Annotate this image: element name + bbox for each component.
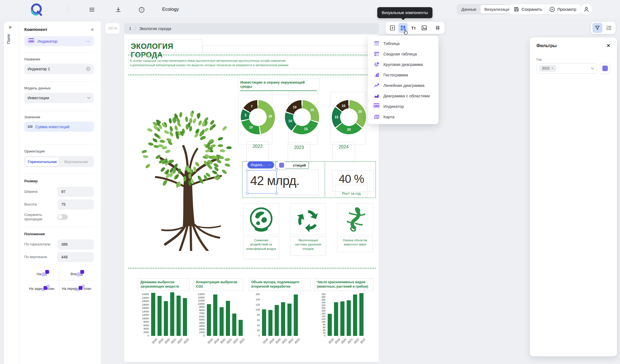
image-tool-icon[interactable]	[419, 23, 429, 33]
donut-chart-2023[interactable]: 15151010	[285, 100, 319, 134]
fields-rail-label[interactable]: Поля	[6, 34, 11, 44]
remove-chip-icon[interactable]: ×	[552, 66, 554, 70]
main-menu-icon[interactable]	[87, 5, 97, 14]
menu-item-histogram[interactable]: Гистограмма	[368, 69, 439, 80]
filters-icon[interactable]	[592, 23, 602, 33]
color-swatch-button[interactable]	[277, 161, 286, 169]
bar-chart-title: Динамика выбросов загрязняющих веществ	[138, 278, 190, 291]
add-page-icon[interactable]	[388, 23, 397, 33]
layer-button-send-backward[interactable]: Назад	[24, 266, 59, 280]
user-avatar[interactable]	[581, 4, 592, 15]
name-input[interactable]: Индикатор 1 ×	[24, 64, 94, 74]
tab-data[interactable]: Данные	[458, 5, 480, 14]
orientation-horizontal[interactable]: Горизонтальная	[25, 157, 59, 166]
year-label-2023[interactable]: 2023	[288, 143, 310, 162]
data-model-label: Модель данных	[24, 86, 94, 90]
page-number: 1	[129, 26, 131, 31]
text-tool-icon[interactable]: Tт	[409, 23, 418, 33]
layer-button-send-to-back[interactable]: На задний план	[24, 280, 59, 295]
recycle-icon	[295, 206, 321, 232]
menu-item-pivot-table[interactable]: Сводная таблица	[368, 49, 439, 59]
pivot-table-icon	[373, 51, 380, 57]
purple-swatch	[279, 163, 284, 168]
clear-name-icon[interactable]: ×	[86, 67, 90, 71]
bar-chart-title: Объем мусора, подлежащего вторичной пере…	[249, 278, 311, 291]
keep-ratio-toggle[interactable]	[57, 214, 68, 220]
bar-chart-3[interactable]: Объем мусора, подлежащего вторичной пере…	[249, 278, 311, 361]
selection-box[interactable]	[247, 170, 277, 194]
width-input[interactable]: 97	[57, 187, 94, 197]
play-icon	[549, 7, 555, 12]
selected-component-chip[interactable]: Индика...⋯	[247, 161, 274, 168]
eco-caption[interactable]: Экологизация системы удаления отходов	[290, 237, 326, 256]
bar-chart-2[interactable]: Концентрация выбросов CO2010002000300040…	[194, 278, 243, 361]
menu-item-line-chart[interactable]: Линейная диаграмма	[368, 80, 439, 90]
canvas-toolbar: Tт	[386, 22, 445, 34]
eco-caption[interactable]: Снижение воздействий на атмосферный возд…	[243, 237, 279, 259]
bar-chart-4[interactable]: Число краснокнижных видов (животных, рас…	[314, 278, 373, 361]
board-subtitle-block[interactable]: В основе городской системы мониторинга л…	[128, 57, 376, 69]
position-section-title: Положение	[24, 232, 94, 236]
bar	[353, 295, 357, 336]
donut-chart-2022[interactable]: 201057	[241, 100, 275, 134]
growth-caption-block[interactable]: Рост за год	[335, 185, 368, 197]
eco-icon-card[interactable]	[337, 203, 373, 235]
resize-handle[interactable]	[275, 169, 278, 172]
component-item-indicator[interactable]: 1050 Индикатор ⋯	[24, 36, 94, 46]
mode-switcher: Данные Визуализация	[457, 4, 506, 15]
zoom-level-badge[interactable]: 100 %	[105, 23, 120, 34]
app-root: ? Ecology Данные Визуализация Сохранить …	[0, 0, 620, 364]
menu-item-map[interactable]: Карта	[368, 111, 439, 122]
year-filter-select[interactable]: 2022×	[536, 63, 597, 74]
expand-fields-icon[interactable]: »	[9, 24, 12, 30]
preview-button[interactable]: Просмотр	[545, 4, 581, 15]
year-label-2022[interactable]: 2022	[246, 141, 269, 162]
donut-chart-2024[interactable]: 25201510	[332, 100, 366, 134]
pos-y-input[interactable]: 448	[57, 252, 94, 262]
bar	[157, 296, 162, 336]
resize-handle[interactable]	[246, 169, 248, 172]
layer-button-bring-to-front[interactable]: На передний план	[59, 280, 94, 295]
dashboard-canvas[interactable]: ЭКОЛОГИЯ ГОРОДА В основе городской систе…	[124, 34, 379, 362]
page-title-bar[interactable]: 1 Экология города	[124, 23, 379, 34]
filter-chip-2022[interactable]: 2022×	[539, 65, 556, 72]
visual-components-menu: ТаблицаСводная таблицаКруговая диаграмма…	[368, 36, 439, 124]
collapse-panel-icon[interactable]: «	[91, 26, 94, 32]
close-icon[interactable]: ✕	[607, 43, 610, 48]
save-button[interactable]: Сохранить	[509, 4, 547, 15]
height-input[interactable]: 75	[57, 199, 94, 210]
bar-chart-1[interactable]: Динамика выбросов загрязняющих веществ02…	[138, 278, 190, 361]
data-model-select[interactable]: Инвестиции	[24, 93, 94, 103]
orientation-vertical[interactable]: Вертикальная	[59, 157, 93, 166]
help-icon[interactable]: ?	[137, 5, 146, 14]
menu-item-indicator[interactable]: 1050Индикатор	[368, 101, 439, 111]
bar	[164, 301, 168, 336]
eco-icon-card[interactable]	[243, 203, 279, 235]
eco-caption[interactable]: Охрана объектов животного мира	[337, 237, 373, 252]
board-subtitle: В основе городской системы мониторинга л…	[130, 58, 374, 68]
value-item-sum[interactable]: 123 Сумма инвестиций	[24, 122, 94, 132]
menu-item-area-chart[interactable]: Диаграмма с областями	[368, 90, 439, 101]
board-title-block[interactable]: ЭКОЛОГИЯ ГОРОДА	[128, 39, 202, 52]
bar	[287, 304, 292, 336]
pos-x-input[interactable]: 386	[57, 239, 94, 250]
donut-section-title-block[interactable]: Инвестиции в охрану окружающей среды	[238, 78, 319, 90]
eco-icon-card[interactable]	[290, 203, 326, 235]
resize-handle[interactable]	[246, 192, 248, 195]
bar	[347, 300, 351, 336]
filter-color-button[interactable]	[600, 63, 610, 74]
visual-components-icon[interactable]	[398, 23, 408, 33]
layers-list-icon[interactable]	[604, 23, 614, 33]
chip-more-icon[interactable]: ⋯	[268, 163, 271, 167]
year-label-2024[interactable]: 2024	[332, 142, 355, 162]
line-chart-icon	[373, 83, 380, 88]
growth-value[interactable]: 40 %	[339, 172, 364, 186]
more-options-icon[interactable]: ⋯	[86, 39, 90, 44]
grid-tool-icon[interactable]	[433, 23, 442, 33]
resize-handle[interactable]	[275, 192, 278, 195]
menu-item-pie-chart[interactable]: Круговая диаграмма	[368, 59, 439, 69]
export-download-icon[interactable]	[114, 5, 123, 14]
app-logo-icon[interactable]	[28, 2, 44, 17]
layer-button-bring-forward[interactable]: Вперед	[59, 266, 94, 280]
menu-item-table[interactable]: Таблица	[368, 38, 439, 49]
